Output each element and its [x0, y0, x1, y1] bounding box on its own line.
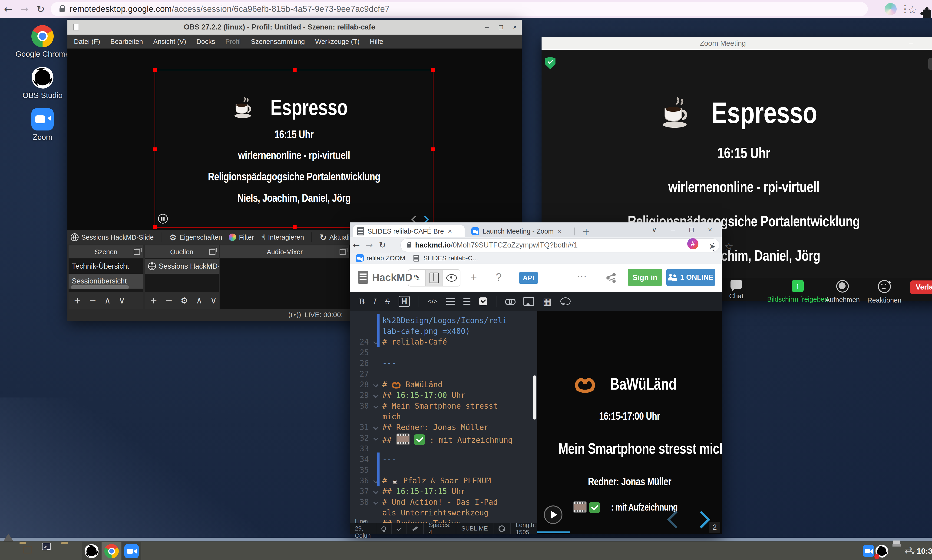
tray-zoom[interactable] — [863, 544, 874, 557]
desktop-icon-chrome[interactable]: Google Chrome — [12, 25, 73, 58]
menu-ansicht[interactable]: Ansicht (V) — [153, 38, 186, 46]
move-up-icon[interactable]: ∧ — [196, 295, 202, 306]
bold-button[interactable]: B — [359, 297, 365, 306]
obs-titlebar[interactable]: OBS 27.2.2 (linux) - Profil: Untitled - … — [67, 20, 522, 35]
tray-network[interactable]: ✕ — [904, 545, 912, 555]
fold-icon[interactable] — [373, 435, 379, 441]
taskbar-terminal[interactable]: >_ — [42, 544, 51, 549]
tab-zoom-meeting[interactable]: Launch Meeting - Zoom × — [467, 225, 572, 237]
handle[interactable] — [431, 68, 435, 72]
image-icon[interactable] — [523, 297, 534, 306]
handle[interactable] — [293, 225, 296, 229]
menu-szenensammlung[interactable]: Szenensammlung — [251, 38, 305, 46]
fold-icon[interactable] — [373, 500, 379, 505]
comment-icon[interactable] — [560, 297, 571, 305]
minimize-button[interactable]: – — [666, 226, 680, 234]
handle[interactable] — [153, 225, 157, 229]
desktop-icon-zoom[interactable]: Zoom — [12, 108, 73, 142]
numbered-list-icon[interactable] — [463, 298, 471, 305]
remove-source-icon[interactable]: − — [165, 295, 173, 306]
new-note-button[interactable]: + — [471, 271, 477, 283]
url-text[interactable]: hackmd.io/0Moh79SUTFCZoZzympwlTQ?both#/1 — [415, 241, 577, 249]
check-cell[interactable] — [392, 523, 407, 534]
tab-close-icon[interactable]: × — [557, 227, 562, 235]
preview-mode-button[interactable] — [443, 270, 460, 286]
close-button[interactable]: × — [508, 23, 522, 31]
obs-scene-canvas[interactable]: Espresso 16:15 Uhr wirlernenonline - rpi… — [154, 70, 434, 228]
hackmd-avatar[interactable]: # — [687, 238, 698, 249]
source-row-selected[interactable]: Sessions HackMD-Slid — [145, 259, 219, 274]
popout-icon[interactable] — [209, 249, 216, 255]
popout-icon[interactable] — [134, 249, 140, 255]
tab-hackmd-slides[interactable]: SLIDES relilab-CAFÉ Breakou × — [353, 225, 464, 237]
profile-avatar[interactable] — [884, 3, 897, 15]
minimize-button[interactable]: – — [480, 23, 494, 31]
next-slide-icon[interactable] — [693, 511, 710, 528]
prev-slide-icon[interactable] — [412, 217, 418, 223]
active-source[interactable]: Sessions HackMD-Slide — [71, 233, 154, 241]
taskbar-zoom-task[interactable] — [122, 542, 141, 560]
italic-button[interactable]: I — [373, 297, 376, 306]
menu-hilfe[interactable]: Hilfe — [370, 38, 383, 46]
heading-button[interactable]: H — [399, 296, 410, 307]
editor-scrollbar[interactable] — [533, 375, 536, 420]
anzeigen-button[interactable]: Anze — [928, 58, 932, 70]
tray-clock[interactable]: 10:37 — [917, 546, 932, 555]
bookmark-slides[interactable]: SLIDES relilab-C... — [414, 254, 478, 262]
bullet-list-icon[interactable] — [446, 298, 455, 305]
szenen-header[interactable]: Szenen — [69, 245, 144, 258]
play-button[interactable] — [544, 505, 562, 524]
theme-cell[interactable] — [407, 523, 424, 534]
meeting-security-shield-icon[interactable] — [545, 57, 555, 69]
reload-icon[interactable]: ↻ — [376, 240, 389, 250]
next-slide-icon[interactable] — [422, 217, 427, 223]
fold-icon[interactable] — [373, 403, 379, 409]
move-down-icon[interactable]: ∨ — [119, 295, 125, 306]
api-button[interactable]: API — [519, 272, 538, 284]
leave-meeting-button[interactable]: Verla — [910, 280, 932, 294]
browser-menu-icon[interactable] — [708, 240, 718, 252]
quellen-header[interactable]: Quellen — [145, 245, 219, 258]
online-users-button[interactable]: 1 ONLINE — [667, 269, 715, 286]
scene-row[interactable]: Technik-Übersicht — [69, 259, 144, 274]
filter-button[interactable]: Filter — [229, 234, 254, 241]
browser-menu-icon[interactable] — [900, 3, 911, 14]
reactions-button[interactable]: + Reaktionen — [859, 280, 910, 304]
share-icon[interactable] — [606, 273, 617, 283]
menu-profil[interactable]: Profil — [225, 38, 241, 46]
split-mode-button[interactable] — [425, 270, 443, 286]
address-bar[interactable]: hackmd.io/0Moh79SUTFCZoZzympwlTQ?both#/1 — [400, 238, 719, 252]
reload-icon[interactable]: ↻ — [32, 3, 49, 15]
move-up-icon[interactable]: ∧ — [104, 295, 111, 306]
handle[interactable] — [431, 148, 435, 151]
pause-button[interactable] — [158, 214, 168, 223]
forward-icon[interactable]: → — [363, 240, 376, 250]
url-text[interactable]: remotedesktop.google.com/access/session/… — [70, 4, 390, 14]
more-menu[interactable]: … — [576, 267, 587, 280]
back-icon[interactable]: ← — [350, 240, 363, 250]
taskbar-chrome-task-active[interactable] — [102, 542, 121, 560]
forward-icon[interactable]: → — [16, 3, 32, 15]
edit-mode-button[interactable] — [408, 270, 425, 286]
menu-bearbeiten[interactable]: Bearbeiten — [110, 38, 143, 46]
handle[interactable] — [153, 68, 157, 72]
code-button[interactable]: </> — [428, 298, 437, 305]
strikethrough-button[interactable]: S — [385, 297, 390, 306]
back-icon[interactable]: ← — [0, 3, 16, 15]
handle[interactable] — [153, 148, 157, 151]
bookmark-star-icon[interactable] — [724, 240, 733, 252]
table-icon[interactable] — [543, 296, 552, 307]
horizontal-scrollbar[interactable] — [71, 285, 129, 289]
handle[interactable] — [293, 68, 296, 72]
fold-icon[interactable] — [373, 489, 379, 494]
fold-icon[interactable] — [373, 393, 379, 398]
fold-icon[interactable] — [373, 425, 379, 430]
tray-obs[interactable] — [875, 544, 888, 558]
close-button[interactable]: × — [703, 226, 717, 234]
menu-datei[interactable]: Datei (F) — [74, 38, 100, 46]
menu-docks[interactable]: Docks — [196, 38, 215, 46]
tab-search-icon[interactable]: ∨ — [647, 226, 661, 234]
interagieren-button[interactable]: Interagieren — [261, 232, 304, 242]
link-icon[interactable] — [505, 298, 515, 305]
help-button[interactable]: ? — [496, 271, 502, 283]
